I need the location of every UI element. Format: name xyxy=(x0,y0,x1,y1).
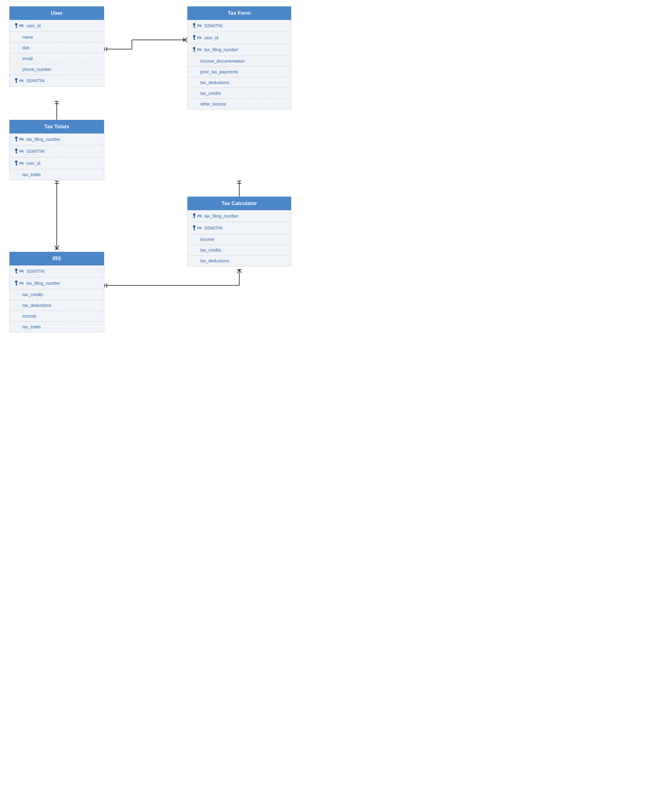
fk-badge: FK xyxy=(192,34,202,41)
field-name: user_id xyxy=(204,35,218,40)
field-name: tax_filing_number xyxy=(204,213,238,218)
field-taxform-ssn: PK SSN/ITIN xyxy=(187,20,291,32)
field-name: name xyxy=(22,34,33,39)
field-name: SSN/ITIN xyxy=(27,149,44,154)
field-name: SSN/ITIN xyxy=(27,269,44,274)
field-irs-credits: tax_credits xyxy=(9,289,104,300)
svg-rect-58 xyxy=(16,152,17,153)
diagram-container: User PK user_id name dob email phone_num… xyxy=(0,0,307,381)
entity-taxform-header: Tax Form xyxy=(187,6,291,20)
entity-user-header: User xyxy=(9,6,104,20)
field-name: SSN/ITIN xyxy=(204,226,222,230)
field-name: tax_totals xyxy=(22,324,41,329)
svg-rect-67 xyxy=(194,229,196,230)
field-name: user_id xyxy=(27,24,41,28)
field-user-phone: phone_number xyxy=(9,64,104,75)
svg-line-35 xyxy=(239,270,241,273)
fk-badge: FK xyxy=(14,148,24,154)
pk-badge: PK xyxy=(192,213,202,219)
pk-badge: PK xyxy=(192,23,202,29)
svg-rect-73 xyxy=(16,284,17,285)
svg-point-44 xyxy=(193,23,196,25)
svg-rect-49 xyxy=(194,39,196,39)
entity-irs-header: IRS xyxy=(9,252,104,265)
svg-rect-52 xyxy=(194,51,196,52)
entity-taxform-body: PK SSN/ITIN FK user_id FK tax_filing_num… xyxy=(187,20,291,109)
field-name: phone_number xyxy=(22,67,51,72)
field-name: tax_credits xyxy=(200,91,221,96)
pk-badge: PK xyxy=(14,23,24,29)
entity-taxcalculator: Tax Calculator PK tax_filing_number FK S… xyxy=(187,196,291,266)
field-name: tax_filing_number xyxy=(204,47,238,52)
fk-badge: FK xyxy=(14,280,24,286)
field-name: tax_credits xyxy=(22,292,43,297)
field-name: income xyxy=(22,314,36,318)
field-taxtotals-filingnumber: PK tax_filing_number xyxy=(9,133,104,146)
field-name: email xyxy=(22,56,33,61)
entity-taxtotals-body: PK tax_filing_number FK SSN/ITIN FK user… xyxy=(9,133,104,180)
entity-user: User PK user_id name dob email phone_num… xyxy=(9,6,104,87)
field-taxform-filingnumber: FK tax_filing_number xyxy=(187,44,291,56)
svg-line-34 xyxy=(237,270,239,273)
field-taxform-userid: FK user_id xyxy=(187,32,291,44)
entity-taxtotals-header: Tax Totals xyxy=(9,120,104,133)
svg-point-56 xyxy=(15,149,17,151)
field-taxtotals-ssn: FK SSN/ITIN xyxy=(9,146,104,157)
field-name: dob xyxy=(22,45,30,50)
svg-rect-64 xyxy=(194,217,196,218)
svg-point-59 xyxy=(15,160,17,163)
svg-line-27 xyxy=(57,246,59,249)
svg-rect-70 xyxy=(16,273,17,273)
field-taxcalc-deductions: tax_deductions xyxy=(187,256,291,266)
field-name: tax_filing_number xyxy=(27,137,60,142)
entity-user-body: PK user_id name dob email phone_number F… xyxy=(9,20,104,86)
entity-taxform: Tax Form PK SSN/ITIN FK user_id FK xyxy=(187,6,291,110)
field-name: user_id xyxy=(27,161,41,166)
svg-point-38 xyxy=(15,23,17,25)
fk-badge: FK xyxy=(14,160,24,166)
field-name: SSN/ITIN xyxy=(27,78,44,83)
field-user-ssn: FK SSN/ITIN xyxy=(9,75,104,86)
svg-line-5 xyxy=(183,38,187,40)
svg-line-26 xyxy=(55,246,57,249)
svg-line-6 xyxy=(183,40,187,42)
pk-badge: PK xyxy=(14,268,24,274)
field-user-user_id: PK user_id xyxy=(9,20,104,32)
svg-point-53 xyxy=(15,136,17,139)
svg-point-47 xyxy=(193,35,196,38)
svg-rect-40 xyxy=(16,27,17,28)
fk-badge: FK xyxy=(192,47,202,53)
field-name: tax_totals xyxy=(22,172,41,177)
entity-taxcalculator-header: Tax Calculator xyxy=(187,197,291,210)
entity-taxtotals: Tax Totals PK tax_filing_number FK SSN/I… xyxy=(9,120,104,180)
field-user-dob: dob xyxy=(9,43,104,53)
svg-point-68 xyxy=(15,268,17,271)
field-taxcalc-ssn: FK SSN/ITIN xyxy=(187,222,291,234)
svg-rect-55 xyxy=(16,141,17,141)
field-name: income xyxy=(200,237,214,242)
field-name: other_income xyxy=(200,102,226,107)
field-taxcalc-income: income xyxy=(187,234,291,245)
svg-point-65 xyxy=(193,225,196,228)
pk-badge: PK xyxy=(14,136,24,143)
field-name: tax_filing_number xyxy=(27,281,60,286)
field-taxform-priortax: prior_tax_payments xyxy=(187,67,291,77)
field-irs-taxtotals: tax_totals xyxy=(9,321,104,332)
entity-taxcalculator-body: PK tax_filing_number FK SSN/ITIN income … xyxy=(187,210,291,266)
field-name: tax_credits xyxy=(200,248,221,252)
field-name: tax_deductions xyxy=(22,303,51,308)
field-taxform-deductions: tax_deductions xyxy=(187,77,291,88)
fk-badge: FK xyxy=(14,78,24,84)
field-taxtotals-taxtotals: tax_totals xyxy=(9,169,104,180)
svg-rect-61 xyxy=(16,165,17,165)
field-taxform-otherincome: other_income xyxy=(187,99,291,109)
svg-rect-43 xyxy=(16,82,17,83)
field-irs-ssn: PK SSN/ITIN xyxy=(9,265,104,277)
svg-rect-46 xyxy=(194,27,196,28)
field-name: tax_deductions xyxy=(200,259,229,263)
field-user-name: name xyxy=(9,32,104,43)
svg-point-41 xyxy=(15,78,17,80)
field-taxtotals-userid: FK user_id xyxy=(9,157,104,169)
svg-point-62 xyxy=(193,213,196,216)
field-name: prior_tax_payments xyxy=(200,69,238,74)
